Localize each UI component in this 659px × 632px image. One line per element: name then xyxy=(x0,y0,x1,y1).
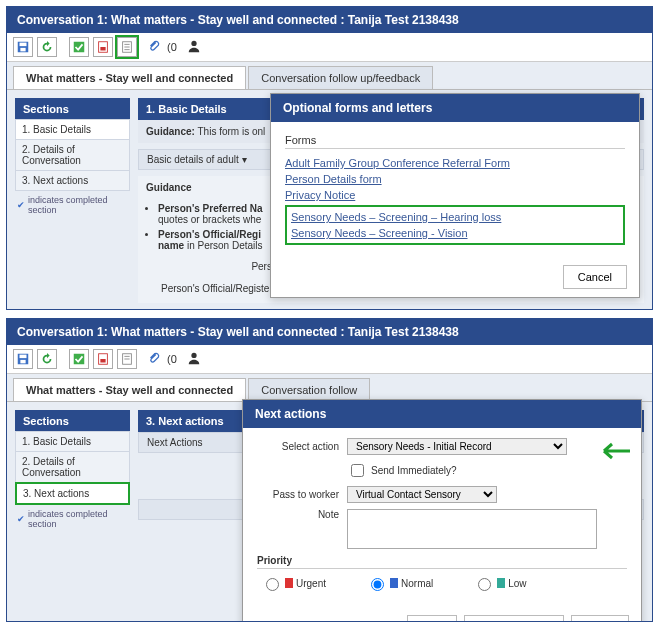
svg-rect-12 xyxy=(20,355,27,359)
urgent-flag-icon xyxy=(285,578,293,588)
note-label: Note xyxy=(257,509,347,520)
annotation-arrow-icon xyxy=(592,439,632,465)
priority-label: Priority xyxy=(257,555,627,569)
forms-group-label: Forms xyxy=(285,132,625,149)
svg-point-10 xyxy=(191,41,196,46)
close-button[interactable]: Close xyxy=(571,615,629,622)
select-action-label: Select action xyxy=(257,441,347,452)
sidebar-header: Sections xyxy=(15,98,130,120)
next-actions-modal: Next actions Select action Sensory Needs… xyxy=(242,399,642,622)
priority-urgent[interactable]: Urgent xyxy=(261,575,326,591)
tab-what-matters[interactable]: What matters - Stay well and connected xyxy=(13,378,246,401)
save-icon[interactable] xyxy=(13,37,33,57)
attachment-count: (0 xyxy=(167,41,177,53)
export-pdf-icon[interactable] xyxy=(93,37,113,57)
priority-low[interactable]: Low xyxy=(473,575,526,591)
forms-letters-modal: Optional forms and letters Forms Adult F… xyxy=(270,93,640,298)
refresh-icon[interactable] xyxy=(37,37,57,57)
save-icon[interactable] xyxy=(13,349,33,369)
finalize-icon[interactable] xyxy=(69,37,89,57)
next-actions-modal-title: Next actions xyxy=(243,400,641,428)
highlighted-sensory-links: Sensory Needs – Screening – Hearing loss… xyxy=(285,205,625,245)
svg-point-20 xyxy=(191,353,196,358)
sidebar-item-basic-details[interactable]: 1. Basic Details xyxy=(15,119,130,140)
attachment-count: (0 xyxy=(167,353,177,365)
svg-rect-1 xyxy=(20,43,27,47)
note-textarea[interactable] xyxy=(347,509,597,549)
forms-letters-icon[interactable] xyxy=(117,37,137,57)
attachment-icon[interactable] xyxy=(147,39,161,55)
svg-rect-16 xyxy=(100,359,105,363)
cancel-button[interactable]: Cancel xyxy=(563,265,627,289)
refresh-icon[interactable] xyxy=(37,349,57,369)
sidebar-item-basic-details[interactable]: 1. Basic Details xyxy=(15,431,130,452)
pass-to-worker-label: Pass to worker xyxy=(257,489,347,500)
person-icon[interactable] xyxy=(187,351,201,367)
person-icon[interactable] xyxy=(187,39,201,55)
top-pane: Conversation 1: What matters - Stay well… xyxy=(6,6,653,310)
svg-rect-2 xyxy=(20,48,25,52)
collapse-icon: ▾ xyxy=(242,154,247,165)
normal-flag-icon xyxy=(390,578,398,588)
sidebar-item-next-actions[interactable]: 3. Next actions xyxy=(15,482,130,505)
window-title-2: Conversation 1: What matters - Stay well… xyxy=(7,319,652,345)
toolbar-2: (0 xyxy=(7,345,652,374)
toolbar: (0 xyxy=(7,33,652,62)
attachment-icon[interactable] xyxy=(147,351,161,367)
export-pdf-icon[interactable] xyxy=(93,349,113,369)
svg-rect-14 xyxy=(74,354,85,365)
sidebar-header: Sections xyxy=(15,410,130,432)
forms-modal-title: Optional forms and letters xyxy=(271,94,639,122)
forms-letters-icon[interactable] xyxy=(117,349,137,369)
finalize-icon[interactable] xyxy=(69,349,89,369)
select-action-dropdown[interactable]: Sensory Needs - Initial Record xyxy=(347,438,567,455)
priority-normal[interactable]: Normal xyxy=(366,575,433,591)
form-link-adult-family[interactable]: Adult Family Group Conference Referral F… xyxy=(285,155,625,171)
pass-to-worker-dropdown[interactable]: Virtual Contact Sensory xyxy=(347,486,497,503)
tab-bar-2: What matters - Stay well and connected C… xyxy=(7,374,652,402)
form-link-privacy-notice[interactable]: Privacy Notice xyxy=(285,187,625,203)
tab-bar: What matters - Stay well and connected C… xyxy=(7,62,652,90)
tab-followup[interactable]: Conversation follow up/feedback xyxy=(248,66,433,89)
guidance-subhead: Guidance xyxy=(146,182,192,193)
form-link-sensory-hearing[interactable]: Sensory Needs – Screening – Hearing loss xyxy=(291,209,619,225)
sidebar-item-details-conversation[interactable]: 2. Details of Conversation xyxy=(15,139,130,171)
window-title: Conversation 1: What matters - Stay well… xyxy=(7,7,652,33)
svg-rect-5 xyxy=(100,47,105,51)
low-flag-icon xyxy=(497,578,505,588)
add-close-button[interactable]: Add and close xyxy=(464,615,564,622)
section-sidebar-2: Sections 1. Basic Details 2. Details of … xyxy=(15,410,130,614)
send-immediately-checkbox[interactable] xyxy=(351,464,364,477)
sidebar-item-details-conversation[interactable]: 2. Details of Conversation xyxy=(15,451,130,483)
completed-note: indicates completed section xyxy=(15,505,130,533)
tab-what-matters[interactable]: What matters - Stay well and connected xyxy=(13,66,246,89)
send-immediately-label: Send Immediately? xyxy=(371,465,457,476)
section-sidebar: Sections 1. Basic Details 2. Details of … xyxy=(15,98,130,303)
add-button[interactable]: Add xyxy=(407,615,457,622)
form-link-sensory-vision[interactable]: Sensory Needs – Screening - Vision xyxy=(291,225,619,241)
svg-rect-13 xyxy=(20,360,25,364)
completed-note: indicates completed section xyxy=(15,191,130,219)
svg-rect-3 xyxy=(74,42,85,53)
form-link-person-details[interactable]: Person Details form xyxy=(285,171,625,187)
sidebar-item-next-actions[interactable]: 3. Next actions xyxy=(15,170,130,191)
bottom-pane: Conversation 1: What matters - Stay well… xyxy=(6,318,653,622)
tab-followup[interactable]: Conversation follow xyxy=(248,378,370,401)
